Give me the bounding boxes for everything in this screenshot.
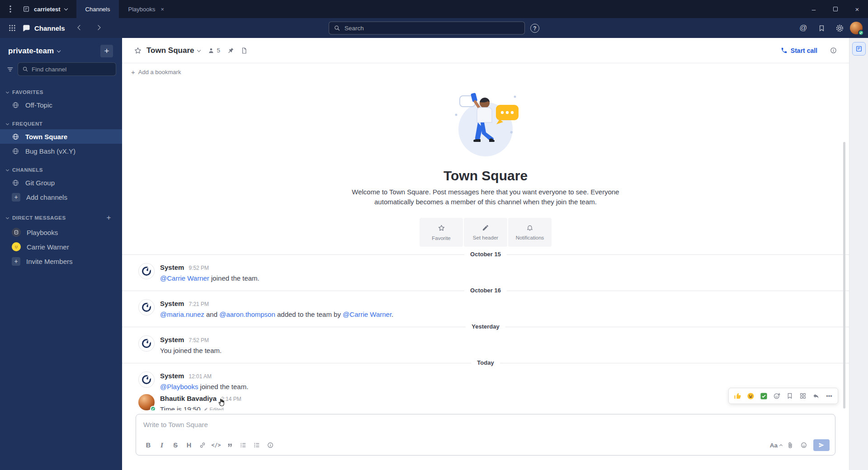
quick-reaction-thumbsup-button[interactable]	[731, 390, 743, 402]
mention-link[interactable]: @Carrie Warner	[343, 310, 392, 318]
favorite-channel-button[interactable]	[131, 44, 145, 57]
chevron-down-icon[interactable]	[57, 49, 61, 52]
section-header-favorites[interactable]: FAVORITES	[0, 88, 122, 98]
format-heading-button[interactable]: H	[182, 439, 196, 451]
sidebar-item-git-group[interactable]: Git Group	[0, 175, 122, 190]
forward-button[interactable]	[90, 21, 106, 35]
intro-favorite-button[interactable]: Favorite	[420, 218, 463, 247]
online-status-icon	[150, 406, 156, 410]
team-name[interactable]: private-team	[8, 47, 54, 56]
more-actions-button[interactable]: •••	[823, 390, 835, 402]
channel-info-button[interactable]	[826, 44, 840, 57]
message-sender[interactable]: System	[160, 335, 184, 344]
save-message-button[interactable]	[784, 390, 796, 402]
message-system-3[interactable]: System 7:52 PM You joined the team.	[122, 333, 849, 355]
apps-grid-icon	[799, 392, 807, 400]
sidebar-item-off-topic[interactable]: Off-Topic	[0, 98, 122, 112]
channel-intro-title: Town Square	[122, 168, 849, 183]
message-user-bhautik[interactable]: Bhautik Bavadiya 2:14 PM Time is 19:50Ed…	[122, 391, 849, 410]
quote-button[interactable]	[223, 439, 236, 451]
send-button[interactable]	[813, 439, 830, 451]
find-channel-input[interactable]	[32, 66, 112, 73]
message-body: System 7:52 PM You joined the team.	[160, 335, 840, 355]
app-bar-app-button[interactable]	[852, 42, 866, 56]
sidebar-item-invite-members[interactable]: + Invite Members	[0, 254, 122, 268]
user-avatar[interactable]	[138, 394, 155, 410]
message-sender[interactable]: System	[160, 263, 184, 272]
add-reaction-button[interactable]	[771, 390, 783, 402]
format-strikethrough-button[interactable]: S	[169, 439, 182, 451]
formatting-toggle-button[interactable]: Aa	[769, 439, 783, 451]
search-input[interactable]	[344, 25, 520, 32]
find-channel-box[interactable]	[18, 62, 116, 76]
sidebar-item-add-channels[interactable]: + Add channels	[0, 190, 122, 204]
tab-channels[interactable]: Channels	[76, 0, 119, 18]
message-input[interactable]: Write to Town Square	[136, 414, 835, 439]
settings-button[interactable]	[832, 21, 847, 35]
titlebar-spacer	[173, 0, 803, 18]
quick-reaction-check-button[interactable]	[758, 390, 769, 402]
mention-link[interactable]: @aaron.thompson	[219, 310, 275, 318]
message-system-2[interactable]: System 7:21 PM @maria.nunez and @aaron.t…	[122, 296, 849, 319]
message-composer[interactable]: Write to Town Square B I S H </>	[136, 414, 835, 456]
window-maximize-button[interactable]	[825, 0, 846, 18]
sidebar-item-town-square[interactable]: Town Square	[0, 129, 122, 144]
message-list[interactable]: Town Square Welcome to Town Square. Post…	[122, 80, 849, 410]
section-header-channels[interactable]: CHANNELS	[0, 165, 122, 175]
mention-link[interactable]: @maria.nunez	[160, 310, 204, 318]
bulleted-list-button[interactable]	[236, 439, 250, 451]
add-direct-message-button[interactable]: +	[107, 213, 111, 222]
channel-members-button[interactable]: 5	[208, 47, 220, 54]
pinned-posts-button[interactable]	[224, 44, 237, 57]
product-switcher-button[interactable]	[5, 21, 20, 35]
message-sender[interactable]: System	[160, 371, 184, 381]
window-close-button[interactable]: ×	[846, 0, 868, 18]
insert-link-button[interactable]	[196, 439, 209, 451]
channel-header-right: Start call	[776, 44, 840, 57]
emoji-picker-button[interactable]	[797, 439, 811, 451]
channel-files-button[interactable]	[237, 44, 251, 57]
message-sender[interactable]: Bhautik Bavadiya	[160, 394, 217, 403]
mention-link[interactable]: @Playbooks	[160, 383, 198, 390]
help-button[interactable]: ?	[530, 24, 539, 33]
mention-link[interactable]: @Carrie Warner	[160, 274, 209, 282]
format-bold-button[interactable]: B	[142, 439, 155, 451]
app-menu-button[interactable]	[0, 0, 21, 18]
add-bookmark-button[interactable]: + Add a bookmark	[122, 63, 849, 80]
section-header-direct-messages[interactable]: DIRECT MESSAGES +	[0, 212, 122, 225]
message-sender[interactable]: System	[160, 299, 184, 308]
sidebar-item-carrie-warner[interactable]: Carrie Warner	[0, 240, 122, 254]
format-italic-button[interactable]: I	[155, 439, 169, 451]
recent-mentions-button[interactable]: @	[796, 21, 811, 35]
window-minimize-button[interactable]: –	[803, 0, 825, 18]
message-system-1[interactable]: System 9:52 PM @Carrie Warner joined the…	[122, 260, 849, 283]
intro-set-header-button[interactable]: Set header	[464, 218, 507, 247]
code-button[interactable]: </>	[209, 439, 223, 451]
more-icon: •••	[826, 393, 832, 400]
quick-reaction-smile-button[interactable]	[745, 390, 756, 402]
tab-close-icon[interactable]: ×	[160, 6, 164, 13]
add-button[interactable]: +	[100, 45, 113, 57]
intro-notifications-button[interactable]: Notifications	[508, 218, 552, 247]
start-call-button[interactable]: Start call	[776, 45, 822, 56]
back-button[interactable]	[72, 21, 88, 35]
numbered-list-button[interactable]	[250, 439, 264, 451]
message-priority-button[interactable]	[264, 439, 277, 451]
sidebar-item-bug-bash[interactable]: Bug Bash (vX.Y)	[0, 144, 122, 158]
channel-filter-button[interactable]	[6, 63, 14, 75]
user-avatar[interactable]	[850, 22, 863, 34]
section-header-frequent[interactable]: FREQUENT	[0, 119, 122, 129]
channel-title-menu[interactable]: Town Square	[146, 46, 200, 55]
channel-title: Town Square	[146, 46, 194, 55]
attachment-button[interactable]	[783, 439, 797, 451]
scrollbar-thumb[interactable]	[843, 142, 845, 409]
globe-icon	[12, 179, 19, 187]
sidebar-item-playbooks[interactable]: Playbooks	[0, 225, 122, 240]
saved-posts-button[interactable]	[814, 21, 829, 35]
channel-intro: Town Square Welcome to Town Square. Post…	[122, 80, 849, 247]
server-selector[interactable]: carrietest	[21, 0, 76, 18]
search-box[interactable]	[329, 22, 525, 35]
message-actions-button[interactable]	[797, 390, 809, 402]
reply-button[interactable]	[810, 390, 822, 402]
tab-playbooks[interactable]: Playbooks ×	[119, 0, 173, 18]
